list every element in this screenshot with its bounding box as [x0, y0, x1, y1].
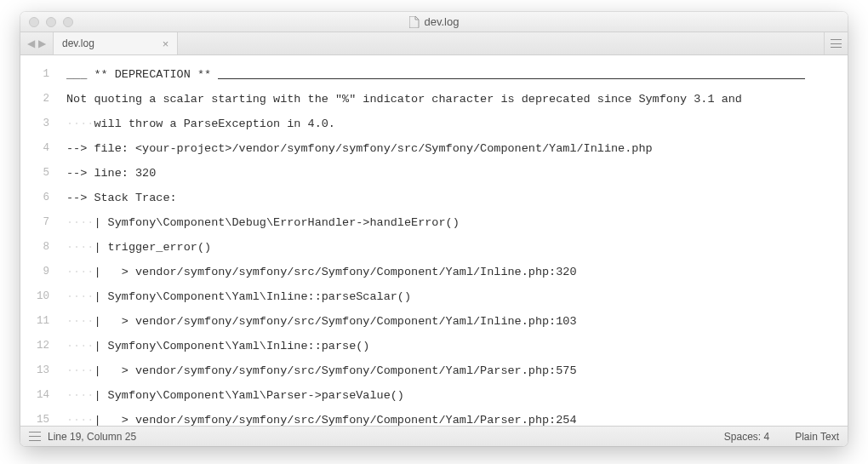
- code-text: | trigger_error(): [94, 235, 211, 260]
- whitespace-indicator: ····: [66, 235, 94, 260]
- titlebar[interactable]: dev.log: [20, 12, 848, 32]
- whitespace-indicator: ····: [66, 260, 94, 284]
- line-number: 8: [20, 235, 60, 260]
- code-text: will throw a ParseException in 4.0.: [94, 112, 335, 136]
- code-text: | Symfony\Component\Yaml\Inline::parseSc…: [94, 284, 411, 309]
- code-line[interactable]: ····| trigger_error(): [60, 235, 848, 260]
- code-text: | > vendor/symfony/symfony/src/Symfony/C…: [94, 260, 576, 284]
- code-content[interactable]: ___ ** DEPRECATION ** Not quoting a scal…: [60, 55, 848, 426]
- code-line[interactable]: ····will throw a ParseException in 4.0.: [60, 112, 848, 136]
- code-line[interactable]: ····| Symfony\Component\Debug\ErrorHandl…: [60, 210, 848, 235]
- code-text: | > vendor/symfony/symfony/src/Symfony/C…: [94, 358, 576, 383]
- line-number: 11: [20, 309, 60, 334]
- line-number: 6: [20, 186, 60, 210]
- line-number: 4: [20, 136, 60, 161]
- code-text: Not quoting a scalar starting with the "…: [66, 87, 742, 112]
- line-number: 12: [20, 334, 60, 358]
- code-line[interactable]: ····| > vendor/symfony/symfony/src/Symfo…: [60, 358, 848, 383]
- code-line[interactable]: --> Stack Trace:: [60, 186, 848, 210]
- line-number: 15: [20, 408, 60, 426]
- statusbar: Line 19, Column 25 Spaces: 4 Plain Text: [20, 426, 848, 446]
- window-controls: [29, 17, 73, 27]
- close-tab-button[interactable]: ×: [163, 37, 169, 50]
- status-cursor-position[interactable]: Line 19, Column 25: [48, 431, 136, 443]
- code-line[interactable]: ····| > vendor/symfony/symfony/src/Symfo…: [60, 309, 848, 334]
- window-title-text: dev.log: [425, 15, 460, 28]
- panel-switcher-icon[interactable]: [29, 432, 41, 441]
- status-syntax[interactable]: Plain Text: [795, 431, 839, 443]
- code-line[interactable]: Not quoting a scalar starting with the "…: [60, 87, 848, 112]
- line-number: 5: [20, 161, 60, 186]
- line-number: 7: [20, 210, 60, 235]
- code-text: | Symfony\Component\Yaml\Parser->parseVa…: [94, 383, 404, 408]
- whitespace-indicator: ····: [66, 408, 94, 426]
- section-underline: [218, 71, 805, 79]
- nav-forward-button[interactable]: ▶: [38, 38, 46, 49]
- code-line[interactable]: --> file: <your-project>/vendor/symfony/…: [60, 136, 848, 161]
- minimize-window-button[interactable]: [46, 17, 56, 27]
- tab-dev-log[interactable]: dev.log ×: [53, 32, 178, 54]
- code-text: --> file: <your-project>/vendor/symfony/…: [66, 136, 653, 161]
- line-number: 1: [20, 62, 60, 87]
- whitespace-indicator: ····: [66, 284, 94, 309]
- whitespace-indicator: ····: [66, 358, 94, 383]
- line-number-gutter: 123456789101112131415: [20, 55, 60, 426]
- code-line[interactable]: ····| Symfony\Component\Yaml\Inline::par…: [60, 284, 848, 309]
- line-number: 13: [20, 358, 60, 383]
- whitespace-indicator: ····: [66, 112, 94, 136]
- code-line[interactable]: ····| Symfony\Component\Yaml\Parser->par…: [60, 383, 848, 408]
- code-text: --> line: 320: [66, 161, 156, 186]
- tab-history-nav: ◀ ▶: [20, 32, 53, 54]
- line-number: 10: [20, 284, 60, 309]
- tab-label: dev.log: [62, 37, 94, 49]
- editor-area[interactable]: 123456789101112131415 ___ ** DEPRECATION…: [20, 55, 848, 426]
- status-indentation[interactable]: Spaces: 4: [724, 431, 769, 443]
- menu-icon: [831, 39, 842, 48]
- whitespace-indicator: ····: [66, 210, 94, 235]
- whitespace-indicator: ····: [66, 383, 94, 408]
- code-text: | Symfony\Component\Debug\ErrorHandler->…: [94, 210, 459, 235]
- zoom-window-button[interactable]: [63, 17, 73, 27]
- tab-overflow-button[interactable]: [824, 32, 848, 54]
- close-window-button[interactable]: [29, 17, 39, 27]
- code-text: | Symfony\Component\Yaml\Inline::parse(): [94, 334, 369, 358]
- whitespace-indicator: ····: [66, 309, 94, 334]
- line-number: 2: [20, 87, 60, 112]
- code-text: | > vendor/symfony/symfony/src/Symfony/C…: [94, 309, 576, 334]
- code-line[interactable]: --> line: 320: [60, 161, 848, 186]
- code-line[interactable]: ___ ** DEPRECATION **: [60, 62, 848, 87]
- tabstrip: ◀ ▶ dev.log ×: [20, 32, 848, 55]
- line-number: 9: [20, 260, 60, 284]
- document-icon: [409, 16, 420, 28]
- code-line[interactable]: ····| Symfony\Component\Yaml\Inline::par…: [60, 334, 848, 358]
- line-number: 3: [20, 112, 60, 136]
- editor-window: dev.log ◀ ▶ dev.log × 123456789101112131…: [20, 12, 848, 446]
- code-text: --> Stack Trace:: [66, 186, 177, 210]
- code-line[interactable]: ····| > vendor/symfony/symfony/src/Symfo…: [60, 408, 848, 426]
- whitespace-indicator: ····: [66, 334, 94, 358]
- nav-back-button[interactable]: ◀: [27, 38, 35, 49]
- line-number: 14: [20, 383, 60, 408]
- code-text: | > vendor/symfony/symfony/src/Symfony/C…: [94, 408, 576, 426]
- window-title: dev.log: [409, 15, 460, 28]
- code-line[interactable]: ····| > vendor/symfony/symfony/src/Symfo…: [60, 260, 848, 284]
- code-text: ___ ** DEPRECATION **: [66, 62, 218, 87]
